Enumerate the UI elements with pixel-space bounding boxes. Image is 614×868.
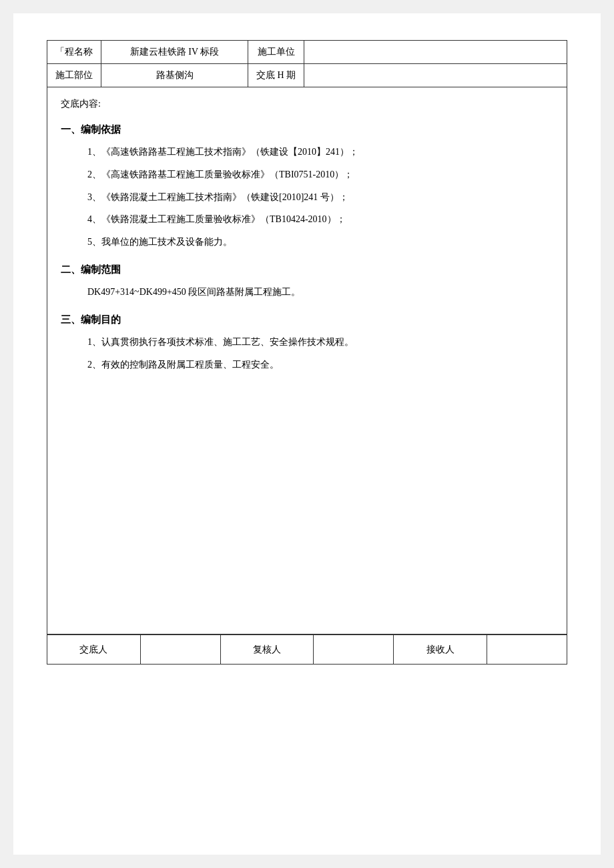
section3-item-1: 1、认真贯彻执行各项技术标准、施工工艺、安全操作技术规程。 bbox=[87, 334, 553, 350]
content-area: 交底内容: 一、编制依据 1、《高速铁路路基工程施工技术指南》（铁建设【2010… bbox=[47, 87, 567, 634]
project-name-label: 「程名称 bbox=[47, 41, 101, 64]
reviewer-value bbox=[314, 635, 394, 665]
content-intro-label: 交底内容: bbox=[61, 98, 553, 110]
document-page: 「程名称 新建云桂铁路 IV 标段 施工单位 施工部位 路基侧沟 交底 H 期 … bbox=[13, 13, 601, 855]
section1-item-2: 2、《高速铁路路基工程施工质量验收标准》（TBI0751-2010）； bbox=[87, 167, 553, 183]
section1-title: 一、编制依据 bbox=[61, 123, 553, 136]
section3-title: 三、编制目的 bbox=[61, 314, 553, 326]
construction-unit-label: 施工单位 bbox=[248, 41, 304, 64]
section3-item-2: 2、有效的控制路及附属工程质量、工程安全。 bbox=[87, 357, 553, 373]
project-name-value: 新建云桂铁路 IV 标段 bbox=[101, 41, 248, 64]
section1-item-5: 5、我单位的施工技术及设备能力。 bbox=[87, 234, 553, 250]
handover-person-label: 交底人 bbox=[47, 635, 141, 665]
construction-part-value: 路基侧沟 bbox=[101, 64, 248, 87]
construction-unit-value bbox=[304, 41, 567, 64]
section1-item-1: 1、《高速铁路路基工程施工技术指南》（铁建设【2010】241）； bbox=[87, 144, 553, 160]
construction-part-label: 施工部位 bbox=[47, 64, 101, 87]
receiver-value bbox=[487, 635, 567, 665]
section2-title: 二、编制范围 bbox=[61, 264, 553, 276]
handover-date-value bbox=[304, 64, 567, 87]
receiver-label: 接收人 bbox=[394, 635, 487, 665]
handover-person-value bbox=[140, 635, 220, 665]
section1-item-3: 3、《铁路混凝土工程施工技术指南》（铁建设[2010]241 号）； bbox=[87, 189, 553, 205]
header-table: 「程名称 新建云桂铁路 IV 标段 施工单位 施工部位 路基侧沟 交底 H 期 bbox=[47, 40, 567, 87]
section1-item-4: 4、《铁路混凝土工程施工质量验收标准》（TB10424-2010）； bbox=[87, 211, 553, 228]
footer-table: 交底人 复核人 接收人 bbox=[47, 634, 567, 665]
handover-date-label: 交底 H 期 bbox=[248, 64, 304, 87]
reviewer-label: 复核人 bbox=[220, 635, 314, 665]
section2-item-1: DK497+314~DK499+450 段区间路基附属工程施工。 bbox=[87, 284, 553, 300]
